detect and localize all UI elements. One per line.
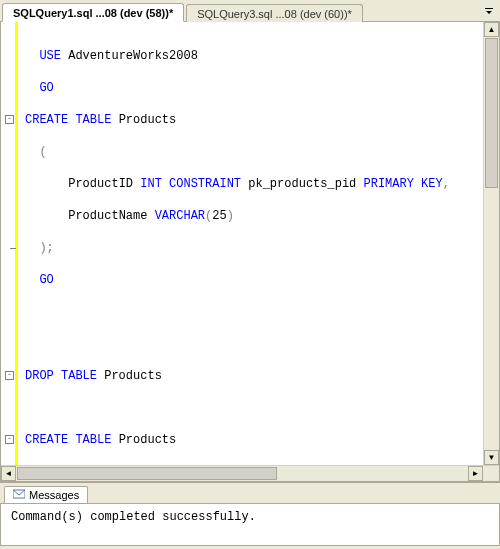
ident-table: Products bbox=[119, 113, 177, 127]
tab-overflow-button[interactable] bbox=[478, 5, 500, 21]
vertical-scroll-thumb[interactable] bbox=[485, 38, 498, 188]
chevron-down-icon bbox=[484, 7, 494, 17]
kw-constraint: CONSTRAINT bbox=[169, 177, 241, 191]
comma: , bbox=[443, 177, 450, 191]
semicolon: ; bbox=[47, 241, 54, 255]
num-25: 25 bbox=[212, 209, 226, 223]
editor-tab-1[interactable]: SQLQuery1.sql ...08 (dev (58))* bbox=[2, 3, 184, 22]
code-editor: USE AdventureWorks2008 GO -CREATE TABLE … bbox=[0, 22, 500, 482]
fold-toggle-icon[interactable]: - bbox=[5, 371, 14, 380]
horizontal-scrollbar[interactable]: ◄ ► bbox=[1, 465, 499, 481]
ident-table: Products bbox=[119, 433, 177, 447]
kw-drop-table: DROP TABLE bbox=[25, 369, 97, 383]
fold-toggle-icon[interactable]: - bbox=[5, 115, 14, 124]
col-productid: ProductID bbox=[68, 177, 133, 191]
ident-db: AdventureWorks2008 bbox=[68, 49, 198, 63]
scroll-up-button[interactable]: ▲ bbox=[484, 22, 499, 37]
messages-pane[interactable]: Command(s) completed successfully. bbox=[0, 504, 500, 546]
fold-toggle-icon[interactable]: - bbox=[5, 435, 14, 444]
scroll-down-button[interactable]: ▼ bbox=[484, 450, 499, 465]
type-varchar: VARCHAR bbox=[155, 209, 205, 223]
code-editor-viewport[interactable]: USE AdventureWorks2008 GO -CREATE TABLE … bbox=[1, 22, 483, 465]
paren: ) bbox=[227, 209, 234, 223]
type-int: INT bbox=[140, 177, 162, 191]
scroll-left-button[interactable]: ◄ bbox=[1, 466, 16, 481]
editor-tab-2[interactable]: SQLQuery3.sql ...08 (dev (60))* bbox=[186, 4, 363, 22]
col-productname: ProductName bbox=[68, 209, 147, 223]
vertical-scrollbar[interactable]: ▲ ▼ bbox=[483, 22, 499, 465]
results-tab-bar: Messages bbox=[0, 482, 500, 504]
paren-close: ) bbox=[39, 241, 46, 255]
kw-primary-key: PRIMARY KEY bbox=[364, 177, 443, 191]
tab-bar: SQLQuery1.sql ...08 (dev (58))* SQLQuery… bbox=[0, 0, 500, 22]
scroll-corner bbox=[483, 466, 499, 482]
code-content[interactable]: USE AdventureWorks2008 GO -CREATE TABLE … bbox=[1, 22, 483, 465]
kw-create-table: CREATE TABLE bbox=[25, 433, 111, 447]
svg-rect-0 bbox=[485, 8, 493, 9]
messages-icon bbox=[13, 489, 25, 501]
kw-go: GO bbox=[39, 81, 53, 95]
kw-create-table: CREATE TABLE bbox=[25, 113, 111, 127]
horizontal-scroll-thumb[interactable] bbox=[17, 467, 277, 480]
kw-use: USE bbox=[39, 49, 61, 63]
messages-tab[interactable]: Messages bbox=[4, 486, 88, 503]
ident-pk: pk_products_pid bbox=[248, 177, 356, 191]
kw-go: GO bbox=[39, 273, 53, 287]
messages-tab-label: Messages bbox=[29, 489, 79, 501]
ident-table: Products bbox=[104, 369, 162, 383]
messages-text: Command(s) completed successfully. bbox=[11, 510, 256, 524]
scroll-right-button[interactable]: ► bbox=[468, 466, 483, 481]
paren-open: ( bbox=[39, 145, 46, 159]
